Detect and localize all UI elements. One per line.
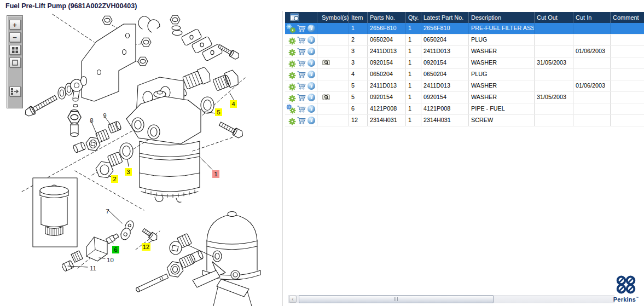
table-row[interactable]: i122314H03112314H031SCREW (285, 115, 644, 126)
perkins-logo: Perkins™ (612, 275, 640, 303)
cell-cut_in: 01/06/2003 (573, 80, 611, 91)
info-icon[interactable]: i (308, 94, 315, 101)
column-header-cut_out[interactable]: Cut Out (535, 12, 573, 23)
cell-cut_out: 31/05/2003 (535, 92, 573, 103)
configure-gear-icon[interactable] (287, 59, 296, 68)
add-to-cart-icon[interactable] (297, 59, 306, 67)
info-icon[interactable]: i (308, 59, 315, 67)
table-row[interactable]: i12656F81012656F810PRE-FUEL FILTER ASSY (285, 23, 644, 34)
cell-latest_part_no: 4121P008 (421, 103, 469, 114)
cell-cut_in (573, 57, 611, 68)
part-callout-11[interactable]: 11 (89, 264, 97, 272)
assembly-gears-icon[interactable] (287, 105, 296, 114)
info-icon[interactable]: i (308, 117, 315, 124)
column-header-latest_part_no[interactable]: Latest Part No. (421, 12, 469, 23)
single-view-button[interactable] (9, 57, 21, 67)
row-actions-cell: i (285, 92, 317, 103)
column-header-parts_no[interactable]: Parts No. (368, 12, 406, 23)
info-icon[interactable]: i (308, 82, 315, 90)
column-header-symbols[interactable]: Symbol(s) (317, 12, 349, 23)
configure-gear-icon[interactable] (287, 93, 296, 102)
cell-item: 3 (349, 57, 368, 68)
info-icon[interactable]: i (308, 105, 315, 113)
row-actions-cell: i (285, 115, 317, 126)
add-to-cart-icon[interactable] (297, 71, 306, 78)
toggle-panel-button[interactable] (9, 86, 21, 96)
cell-cut_out (535, 103, 573, 114)
column-header-description[interactable]: Description (469, 12, 535, 23)
table-row[interactable]: i32411D01312411D013WASHER01/06/2003 (285, 46, 644, 57)
add-to-cart-icon[interactable] (297, 82, 306, 90)
zoom-in-button[interactable]: + (9, 20, 21, 30)
part-callout-7[interactable]: 7 (104, 207, 111, 215)
cell-cut_in (573, 69, 611, 80)
configure-gear-icon[interactable] (287, 70, 296, 79)
cell-cut_in (573, 103, 611, 114)
part-callout-8[interactable]: 8 (88, 117, 95, 124)
configure-gear-icon[interactable] (287, 36, 296, 45)
part-callout-2[interactable]: 2 (111, 175, 118, 183)
add-to-cart-icon[interactable] (297, 36, 306, 44)
configure-gear-icon[interactable] (287, 82, 296, 91)
column-header-actions[interactable] (285, 12, 317, 23)
table-row[interactable]: i52411D01312411D013WASHER01/06/2003 (285, 80, 644, 92)
part-callout-1[interactable]: 1 (212, 170, 219, 178)
add-to-cart-icon[interactable] (297, 25, 306, 32)
cell-qty: 1 (406, 23, 421, 34)
cell-comment (611, 103, 644, 114)
cell-comment (611, 80, 644, 91)
symbol-cell[interactable] (317, 92, 349, 103)
cell-cut_out (535, 34, 573, 45)
column-header-cut_in[interactable]: Cut In (573, 12, 611, 23)
cell-description: SCREW (469, 115, 535, 126)
row-actions-cell: i (285, 69, 317, 80)
zoom-out-button[interactable]: − (9, 32, 21, 42)
cell-description: WASHER (469, 46, 535, 57)
doc-search-icon (290, 13, 300, 22)
cell-parts_no: 0650204 (368, 34, 406, 45)
table-body: i12656F81012656F810PRE-FUEL FILTER ASSYi… (285, 23, 644, 126)
column-header-comment[interactable]: Comment (611, 12, 644, 23)
part-callout-9[interactable]: 9 (101, 112, 108, 119)
table-row[interactable]: i64121P00814121P008PIPE - FUEL (285, 103, 644, 115)
configure-gear-icon[interactable] (287, 116, 296, 125)
assembly-gears-icon[interactable] (287, 24, 296, 33)
column-header-item[interactable]: Item (349, 12, 368, 23)
symbol-cell (317, 115, 349, 126)
add-to-cart-icon[interactable] (297, 105, 306, 113)
part-callout-4[interactable]: 4 (230, 100, 237, 108)
cell-qty: 1 (406, 69, 421, 80)
horizontal-scrollbar[interactable]: ‹ (288, 295, 614, 303)
info-icon[interactable]: i (308, 71, 315, 78)
cell-cut_out (535, 115, 573, 126)
cell-description: WASHER (469, 57, 535, 68)
table-row[interactable]: i3092015410920154WASHER31/05/2003 (285, 57, 644, 69)
cell-latest_part_no: 2656F810 (421, 23, 469, 34)
configure-gear-icon[interactable] (287, 47, 296, 56)
add-to-cart-icon[interactable] (297, 117, 306, 124)
symbol-cell (317, 34, 349, 45)
table-row[interactable]: i4065020410650204PLUG (285, 69, 644, 80)
part-callout-6[interactable]: 6 (112, 246, 119, 253)
add-to-cart-icon[interactable] (297, 94, 306, 101)
cell-latest_part_no: 0650204 (421, 69, 469, 80)
tile-view-button[interactable] (9, 45, 21, 55)
part-callout-5[interactable]: 5 (215, 108, 222, 116)
info-icon[interactable]: i (308, 48, 315, 55)
add-to-cart-icon[interactable] (297, 48, 306, 55)
symbol-cell[interactable] (317, 57, 349, 68)
scroll-left-button[interactable]: ‹ (289, 296, 297, 303)
part-callout-10[interactable]: 10 (106, 256, 115, 264)
info-icon[interactable]: i (308, 36, 315, 44)
part-callout-12[interactable]: 12 (142, 243, 150, 251)
row-actions-cell: i (285, 46, 317, 57)
table-row[interactable]: i2065020410650204PLUG (285, 34, 644, 46)
part-callout-3[interactable]: 3 (125, 168, 132, 176)
book-search-icon[interactable] (322, 59, 330, 67)
column-header-qty[interactable]: Qty. (406, 12, 421, 23)
info-icon[interactable]: i (308, 25, 315, 32)
cell-description: PIPE - FUEL (469, 103, 535, 114)
book-search-icon[interactable] (322, 94, 330, 101)
scrollbar-thumb[interactable] (299, 295, 494, 303)
table-row[interactable]: i5092015410920154WASHER31/05/2003 (285, 92, 644, 103)
